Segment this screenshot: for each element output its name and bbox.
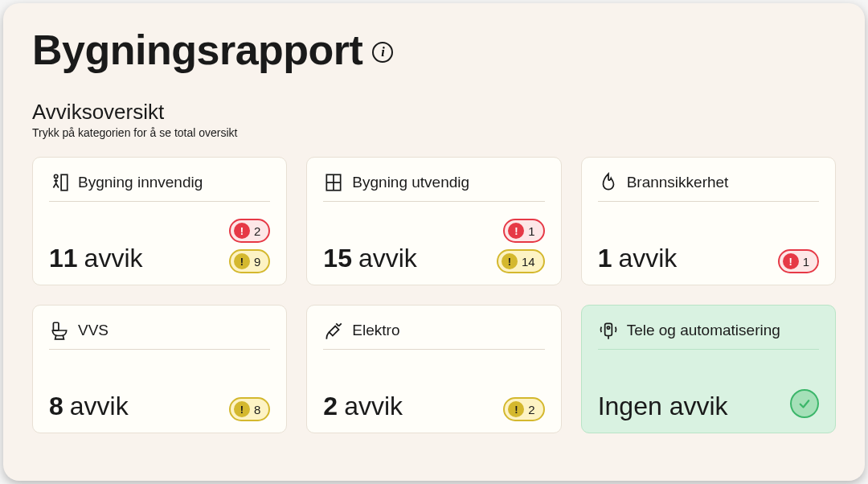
warning-badge: ! 2 — [503, 397, 544, 421]
no-deviation-text: Ingen avvik — [598, 392, 728, 421]
deviation-count: 11 avvik — [49, 244, 143, 273]
card-body: Ingen avvik — [598, 359, 819, 421]
severity-badges — [790, 389, 819, 421]
card-header: Tele og automatisering — [598, 320, 819, 350]
card-header: Brannsikkerhet — [598, 172, 819, 202]
section-header: Avviksoversikt Trykk på kategorien for å… — [32, 100, 836, 139]
info-icon[interactable]: i — [372, 42, 393, 63]
section-title: Avviksoversikt — [32, 100, 836, 125]
deviation-count: 15 avvik — [323, 244, 417, 273]
card-body: 8 avvik ! 8 — [49, 359, 270, 421]
svg-line-6 — [337, 323, 339, 326]
alert-icon: ! — [234, 223, 250, 239]
severity-badges: ! 8 — [229, 397, 270, 421]
title-row: Bygningsrapport i — [32, 26, 836, 74]
card-title: Elektro — [352, 322, 399, 339]
critical-badge: ! 2 — [229, 219, 270, 243]
svg-rect-5 — [53, 322, 59, 330]
category-card-electric[interactable]: Elektro 2 avvik ! 2 — [306, 305, 561, 433]
card-title: Brannsikkerhet — [627, 174, 729, 191]
card-header: Elektro — [323, 320, 544, 350]
card-header: VVS — [49, 320, 270, 350]
category-card-tele[interactable]: Tele og automatisering Ingen avvik — [581, 305, 836, 433]
check-icon — [790, 389, 819, 418]
critical-badge: ! 1 — [503, 219, 544, 243]
card-title: VVS — [78, 322, 108, 339]
alert-icon: ! — [234, 253, 250, 269]
category-card-outdoor[interactable]: Bygning utvendig 15 avvik ! 1 ! 14 — [306, 157, 561, 285]
card-title: Bygning utvendig — [352, 174, 469, 191]
card-body: 15 avvik ! 1 ! 14 — [323, 211, 544, 273]
alert-icon: ! — [508, 401, 524, 417]
alert-icon: ! — [508, 223, 524, 239]
toilet-icon — [49, 320, 70, 341]
section-hint: Trykk på kategorien for å se total overs… — [32, 126, 836, 139]
deviation-count: 2 avvik — [323, 392, 403, 421]
category-card-fire[interactable]: Brannsikkerhet 1 avvik ! 1 — [581, 157, 836, 285]
page-title: Bygningsrapport — [32, 26, 362, 74]
warning-badge: ! 14 — [497, 249, 545, 273]
card-title: Bygning innvendig — [78, 174, 203, 191]
severity-badges: ! 2 — [503, 397, 544, 421]
severity-badges: ! 1 — [778, 249, 819, 273]
category-card-indoor[interactable]: Bygning innvendig 11 avvik ! 2 ! 9 — [32, 157, 287, 285]
severity-badges: ! 1 ! 14 — [497, 219, 545, 273]
severity-badges: ! 2 ! 9 — [229, 219, 270, 273]
card-body: 1 avvik ! 1 — [598, 211, 819, 273]
category-card-plumbing[interactable]: VVS 8 avvik ! 8 — [32, 305, 287, 433]
card-title: Tele og automatisering — [627, 322, 780, 339]
card-header: Bygning innvendig — [49, 172, 270, 202]
alert-icon: ! — [502, 253, 518, 269]
plug-icon — [323, 320, 344, 341]
card-header: Bygning utvendig — [323, 172, 544, 202]
svg-line-7 — [339, 323, 342, 326]
deviation-count: 1 avvik — [598, 244, 678, 273]
warning-badge: ! 8 — [229, 397, 270, 421]
critical-badge: ! 1 — [778, 249, 819, 273]
category-grid: Bygning innvendig 11 avvik ! 2 ! 9 — [32, 157, 836, 433]
deviation-count: 8 avvik — [49, 392, 129, 421]
svg-point-9 — [607, 326, 609, 329]
automation-icon — [598, 320, 619, 341]
svg-point-1 — [55, 174, 58, 178]
report-panel: Bygningsrapport i Avviksoversikt Trykk p… — [3, 3, 865, 481]
alert-icon: ! — [783, 253, 799, 269]
alert-icon: ! — [234, 401, 250, 417]
warning-badge: ! 9 — [229, 249, 270, 273]
card-body: 2 avvik ! 2 — [323, 359, 544, 421]
fire-icon — [598, 172, 619, 193]
svg-rect-0 — [61, 174, 68, 191]
person-door-icon — [49, 172, 70, 193]
window-icon — [323, 172, 344, 193]
card-body: 11 avvik ! 2 ! 9 — [49, 211, 270, 273]
